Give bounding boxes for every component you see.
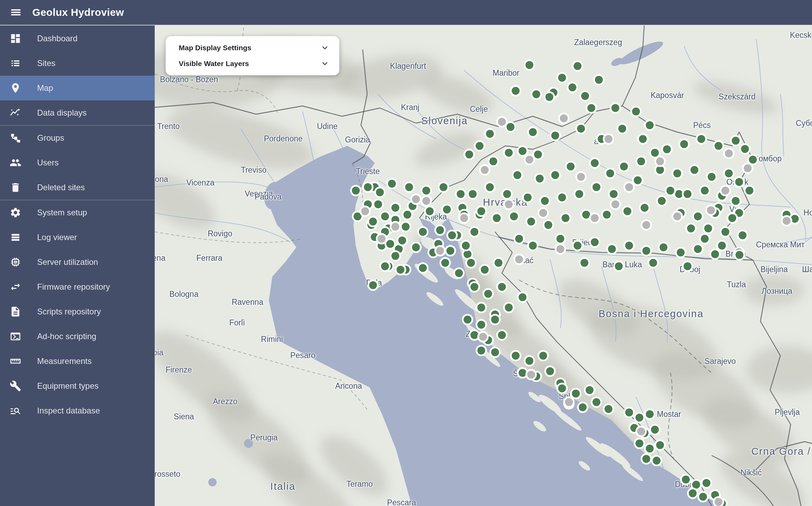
site-marker-active[interactable] xyxy=(483,288,494,300)
site-marker-active[interactable] xyxy=(701,477,712,489)
site-marker-active[interactable] xyxy=(734,249,745,261)
site-marker-active[interactable] xyxy=(567,82,578,93)
site-marker-inactive[interactable] xyxy=(526,369,537,380)
site-marker-active[interactable] xyxy=(527,127,539,138)
site-marker-active[interactable] xyxy=(380,261,391,272)
site-marker-active[interactable] xyxy=(362,182,374,193)
site-marker-active[interactable] xyxy=(637,133,649,145)
site-marker-active[interactable] xyxy=(639,202,650,214)
site-marker-active[interactable] xyxy=(630,106,642,117)
sidebar-item-sites[interactable]: Sites xyxy=(0,51,155,76)
site-marker-inactive[interactable] xyxy=(563,397,575,408)
site-marker-active[interactable] xyxy=(508,211,520,222)
site-marker-active[interactable] xyxy=(464,149,475,160)
map-canvas[interactable]: Bolzano - BozenTrentoKlagenfurtZalaegers… xyxy=(155,25,812,506)
sidebar-item-firmware-repository[interactable]: Firmware repository xyxy=(0,274,155,299)
site-marker-active[interactable] xyxy=(644,120,656,131)
site-marker-active[interactable] xyxy=(584,385,595,396)
site-marker-active[interactable] xyxy=(455,189,467,200)
site-marker-active[interactable] xyxy=(502,189,513,200)
site-marker-active[interactable] xyxy=(739,143,751,155)
site-marker-active[interactable] xyxy=(490,347,501,358)
site-marker-inactive[interactable] xyxy=(478,331,489,343)
site-marker-inactive[interactable] xyxy=(705,205,717,216)
site-marker-active[interactable] xyxy=(601,209,613,220)
site-marker-inactive[interactable] xyxy=(503,199,515,210)
site-marker-active[interactable] xyxy=(539,195,551,207)
site-marker-inactive[interactable] xyxy=(496,116,508,128)
site-marker-active[interactable] xyxy=(438,182,449,193)
site-marker-active[interactable] xyxy=(424,206,436,217)
site-marker-active[interactable] xyxy=(395,264,406,276)
site-marker-active[interactable] xyxy=(496,281,508,293)
site-marker-active[interactable] xyxy=(400,221,412,233)
site-marker-active[interactable] xyxy=(417,226,429,238)
site-marker-active[interactable] xyxy=(534,173,546,184)
site-marker-active[interactable] xyxy=(367,216,379,227)
sidebar-item-equipment-types[interactable]: Equipment types xyxy=(0,374,155,398)
site-marker-active[interactable] xyxy=(589,158,601,169)
site-marker-inactive[interactable] xyxy=(720,185,731,196)
site-marker-active[interactable] xyxy=(713,140,724,152)
site-marker-active[interactable] xyxy=(476,302,487,313)
site-marker-active[interactable] xyxy=(545,366,556,377)
site-marker-active[interactable] xyxy=(679,139,690,150)
site-marker-inactive[interactable] xyxy=(479,164,491,176)
site-marker-active[interactable] xyxy=(591,397,602,408)
site-marker-active[interactable] xyxy=(373,199,384,210)
site-marker-active[interactable] xyxy=(608,189,619,200)
site-marker-active[interactable] xyxy=(661,144,673,155)
site-marker-active[interactable] xyxy=(565,161,577,172)
sidebar-item-users[interactable]: Users xyxy=(0,150,155,175)
site-marker-inactive[interactable] xyxy=(624,182,635,193)
site-marker-active[interactable] xyxy=(380,211,391,222)
site-marker-active[interactable] xyxy=(488,156,499,167)
site-marker-active[interactable] xyxy=(665,185,676,196)
site-marker-active[interactable] xyxy=(469,226,480,238)
site-marker-inactive[interactable] xyxy=(524,154,535,165)
site-marker-active[interactable] xyxy=(474,140,485,152)
site-marker-active[interactable] xyxy=(484,182,496,193)
site-marker-active[interactable] xyxy=(648,257,659,269)
sidebar-item-inspect-database[interactable]: Inspect database xyxy=(0,398,155,423)
site-marker-active[interactable] xyxy=(469,281,480,293)
site-marker-inactive[interactable] xyxy=(655,156,666,167)
site-marker-active[interactable] xyxy=(479,264,491,276)
site-marker-active[interactable] xyxy=(510,350,522,362)
site-marker-active[interactable] xyxy=(538,350,549,362)
site-marker-active[interactable] xyxy=(593,74,605,86)
site-marker-active[interactable] xyxy=(730,195,742,207)
site-marker-inactive[interactable] xyxy=(575,171,587,183)
site-marker-active[interactable] xyxy=(651,455,662,466)
site-marker-inactive[interactable] xyxy=(558,113,570,124)
site-marker-active[interactable] xyxy=(613,261,625,272)
site-marker-active[interactable] xyxy=(685,223,697,234)
site-marker-active[interactable] xyxy=(692,244,704,255)
site-marker-inactive[interactable] xyxy=(641,219,652,231)
site-marker-active[interactable] xyxy=(527,240,539,251)
sidebar-item-deleted-sites[interactable]: Deleted sites xyxy=(0,175,155,200)
site-marker-active[interactable] xyxy=(496,330,508,341)
site-marker-active[interactable] xyxy=(417,262,429,274)
site-marker-inactive[interactable] xyxy=(672,211,683,222)
site-marker-active[interactable] xyxy=(699,233,711,245)
site-marker-active[interactable] xyxy=(579,257,590,269)
site-marker-inactive[interactable] xyxy=(459,213,470,224)
site-marker-active[interactable] xyxy=(402,209,413,220)
site-marker-active[interactable] xyxy=(404,182,415,193)
site-marker-active[interactable] xyxy=(634,438,645,449)
site-marker-inactive[interactable] xyxy=(376,233,387,245)
site-marker-active[interactable] xyxy=(476,319,487,331)
site-marker-active[interactable] xyxy=(682,189,693,200)
site-marker-active[interactable] xyxy=(574,189,585,200)
sidebar-item-system-setup[interactable]: System setup xyxy=(0,200,155,225)
site-marker-active[interactable] xyxy=(484,128,496,140)
sidebar-item-scripts-repository[interactable]: Scripts repository xyxy=(0,299,155,324)
site-marker-inactive[interactable] xyxy=(781,215,792,227)
site-marker-active[interactable] xyxy=(706,171,717,183)
site-marker-active[interactable] xyxy=(390,202,401,214)
site-marker-active[interactable] xyxy=(689,164,700,176)
site-marker-inactive[interactable] xyxy=(360,206,371,217)
site-marker-active[interactable] xyxy=(557,192,568,203)
site-marker-active[interactable] xyxy=(577,402,589,413)
